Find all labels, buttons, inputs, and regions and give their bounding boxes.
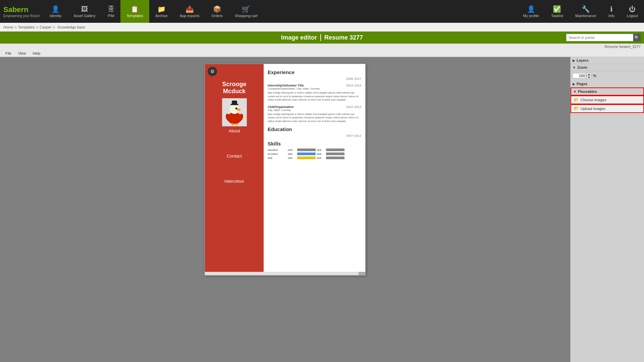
resume-contact-label: Contact bbox=[227, 154, 242, 159]
resume-person-name: Scrooge Mcduck bbox=[222, 81, 246, 95]
nav-item-info[interactable]: ℹ Info bbox=[602, 0, 621, 23]
nav-label-info: Info bbox=[608, 14, 614, 18]
skill-label-1b: Skill bbox=[317, 148, 325, 152]
search-button[interactable]: 🔍 bbox=[633, 34, 641, 41]
nav-label-maintenance: Maintenance bbox=[575, 14, 596, 18]
right-panel: ▶ Layers ▼ Zoom 100 ▲ ▼ % ▶ Pages ▼ Plac… bbox=[570, 57, 644, 362]
placeables-label: Placeables bbox=[578, 89, 597, 94]
zoom-down-button[interactable]: ▼ bbox=[587, 76, 591, 79]
resume-settings-icon[interactable]: ⚙ bbox=[208, 67, 217, 76]
canvas-area: ⚙ Scrooge Mcduck bbox=[0, 57, 570, 362]
choose-images-row[interactable]: 📂 Choose images bbox=[571, 96, 644, 104]
resume-preview: ⚙ Scrooge Mcduck bbox=[205, 64, 366, 276]
my-profile-icon: 👤 bbox=[527, 5, 535, 13]
resume-scrollbar[interactable] bbox=[205, 272, 365, 275]
breadcrumb: Home > Templates > Casper > Knowledge ba… bbox=[0, 23, 644, 32]
resume-left-column: Scrooge Mcduck bbox=[205, 64, 264, 272]
nav-item-archive[interactable]: 📁 Archive bbox=[149, 0, 174, 23]
nav-item-maintenance[interactable]: 🔧 Maintenance bbox=[569, 0, 602, 23]
logout-icon: ⏻ bbox=[629, 5, 636, 13]
menu-view[interactable]: View bbox=[15, 51, 30, 55]
archive-icon: 📁 bbox=[157, 5, 166, 13]
skill-bar-3b bbox=[326, 157, 344, 159]
orders-icon: 📦 bbox=[213, 5, 221, 13]
maintenance-icon: 🔧 bbox=[582, 5, 590, 13]
zoom-section: ▼ Zoom bbox=[571, 64, 644, 71]
nav-item-my-profile[interactable]: 👤 My profile bbox=[517, 0, 545, 23]
experience-title: Experience bbox=[268, 69, 361, 75]
upload-images-icon: 📂 bbox=[574, 106, 579, 111]
skill-bar-2b bbox=[326, 153, 344, 155]
asset-gallery-icon: 🖼 bbox=[81, 5, 88, 13]
breadcrumb-knowledge-base: Knowledge base bbox=[58, 25, 85, 29]
breadcrumb-casper[interactable]: Casper bbox=[40, 25, 51, 29]
zoom-input[interactable]: 100 bbox=[573, 73, 586, 78]
skills-row-1: Narrative Skill Skill bbox=[268, 148, 361, 152]
title-bar: Image editor Resume 3277 🔍 bbox=[0, 32, 644, 44]
scrollbar-thumb bbox=[359, 272, 365, 275]
breadcrumb-home[interactable]: Home bbox=[3, 25, 13, 29]
menu-file[interactable]: File bbox=[2, 51, 15, 55]
layers-section[interactable]: ▶ Layers bbox=[571, 57, 644, 64]
nav-item-identity[interactable]: 👤 Identity bbox=[44, 0, 67, 23]
nav-right: 👤 My profile ✅ Tasklist 🔧 Maintenance ℹ … bbox=[517, 0, 644, 23]
svg-rect-11 bbox=[235, 123, 238, 125]
pages-section[interactable]: ▶ Pages bbox=[571, 80, 644, 87]
top-navigation: Sabern Empowering your Brand 👤 Identity … bbox=[0, 0, 644, 23]
resume-right-column: Experience 2008–2017 2013–2014 Internshi… bbox=[264, 64, 365, 272]
nav-item-asset-gallery[interactable]: 🖼 Asset Gallery bbox=[67, 0, 101, 23]
title-resume-name: Resume 3277 bbox=[324, 34, 363, 41]
resume-about-label: About bbox=[229, 128, 240, 133]
svg-rect-4 bbox=[232, 101, 237, 105]
skill-label-1a: Skill bbox=[288, 148, 296, 152]
menu-help[interactable]: Help bbox=[29, 51, 44, 55]
nav-item-templates[interactable]: 📋 Templates bbox=[120, 0, 149, 23]
layers-label: Layers bbox=[577, 58, 588, 62]
skill-label-3a: Skill bbox=[288, 157, 296, 160]
nav-item-pim[interactable]: 🗄 PIM bbox=[102, 0, 120, 23]
zoom-controls: 100 ▲ ▼ % bbox=[571, 71, 644, 80]
exp-org-3: City, State, Country bbox=[268, 109, 361, 112]
nav-label-my-profile: My profile bbox=[523, 14, 539, 18]
search-portal-area: 🔍 bbox=[566, 32, 641, 44]
nav-label-identity: Identity bbox=[50, 14, 61, 18]
svg-point-6 bbox=[236, 108, 237, 108]
skill-narrative-3: Skill bbox=[268, 157, 288, 160]
resume-content: Scrooge Mcduck bbox=[205, 64, 365, 272]
shopping-cart-icon: 🛒 bbox=[242, 5, 250, 13]
skill-bars-3: Skill Skill bbox=[288, 157, 344, 160]
templates-icon: 📋 bbox=[130, 5, 139, 13]
nav-label-logout: Logout bbox=[627, 14, 638, 18]
nav-label-app-exports: App exports bbox=[180, 14, 200, 18]
main-area: ⚙ Scrooge Mcduck bbox=[0, 57, 644, 362]
app-exports-icon: 📤 bbox=[185, 5, 194, 13]
svg-rect-10 bbox=[231, 123, 234, 125]
tasklist-icon: ✅ bbox=[553, 5, 561, 13]
nav-item-logout[interactable]: ⏻ Logout bbox=[621, 0, 644, 23]
pages-arrow-icon: ▶ bbox=[573, 82, 575, 86]
nav-item-shopping-cart[interactable]: 🛒 Shopping cart bbox=[229, 0, 264, 23]
nav-item-tasklist[interactable]: ✅ Tasklist bbox=[545, 0, 569, 23]
skill-label-2a: Skill bbox=[288, 153, 296, 156]
pim-icon: 🗄 bbox=[108, 5, 114, 13]
breadcrumb-templates[interactable]: Templates bbox=[18, 25, 35, 29]
education-title: Education bbox=[268, 126, 361, 132]
experience-entry-3: 2012–2013 Club/Organization City, State,… bbox=[268, 105, 361, 123]
zoom-stepper: ▲ ▼ bbox=[587, 72, 591, 79]
nav-label-asset-gallery: Asset Gallery bbox=[73, 14, 95, 18]
upload-images-row[interactable]: 📂 Upload images bbox=[571, 104, 644, 113]
search-input[interactable] bbox=[566, 34, 633, 41]
education-entry-1: 2007–2012 bbox=[268, 134, 361, 137]
title-image-editor: Image editor bbox=[281, 34, 317, 41]
nav-item-orders[interactable]: 📦 Orders bbox=[205, 0, 229, 23]
zoom-label: Zoom bbox=[577, 65, 587, 69]
skill-bar-2a bbox=[297, 153, 316, 155]
zoom-up-button[interactable]: ▲ bbox=[587, 72, 591, 76]
nav-item-app-exports[interactable]: 📤 App exports bbox=[174, 0, 206, 23]
logo-subtitle: Empowering your Brand bbox=[3, 14, 39, 18]
nav-label-archive: Archive bbox=[155, 14, 168, 18]
exp-org-2: Company/Organization, City, State, Count… bbox=[268, 87, 361, 90]
resume-photo[interactable] bbox=[222, 98, 247, 126]
placeables-section[interactable]: ▼ Placeables bbox=[571, 87, 644, 96]
skills-row-3: Skill Skill Skill bbox=[268, 157, 361, 160]
